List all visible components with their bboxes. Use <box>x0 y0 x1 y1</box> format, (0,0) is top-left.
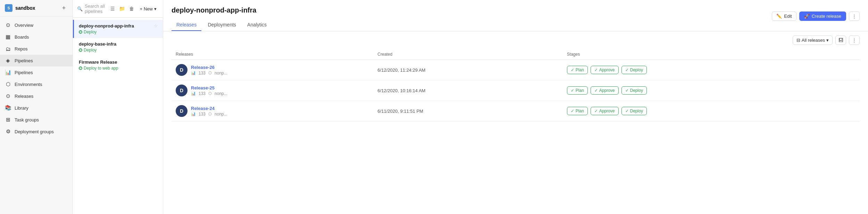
new-pipeline-button[interactable]: + New ▾ <box>137 6 159 12</box>
stage-pill-deploy[interactable]: ✓Deploy <box>621 86 647 95</box>
pipeline-item-header: Firmware Release <box>79 60 158 65</box>
release-avatar: D <box>176 64 187 76</box>
table-row: D Release-25 📊 133 ⬡ nonp... 6/12/2020, … <box>172 80 860 101</box>
env-icon: ⬡ <box>208 112 212 116</box>
tab-releases[interactable]: Releases <box>172 19 201 31</box>
stage-pill-approve[interactable]: ✓Approve <box>591 66 619 74</box>
all-releases-button[interactable]: ⊟ All releases ▾ <box>793 35 833 45</box>
rocket-icon: 🚀 <box>804 14 810 19</box>
more-options-button[interactable]: ⋮ <box>849 11 860 21</box>
stage-label: Plan <box>576 109 584 113</box>
stage-pill-deploy[interactable]: ✓Deploy <box>621 107 647 115</box>
release-meta: 📊 133 ⬡ nonp... <box>191 71 227 76</box>
stages-cell-1: ✓Plan✓Approve✓Deploy <box>563 80 860 101</box>
search-icon: 🔍 <box>77 6 83 11</box>
filter-button[interactable]: ⛾ <box>835 35 846 45</box>
pipeline-item-firmware[interactable]: Firmware Release Deploy to web app <box>73 56 163 74</box>
header-left: deploy-nonprod-app-infra Releases Deploy… <box>172 6 273 31</box>
pipelines-main-icon: ◈ <box>5 57 11 64</box>
pipeline-item-header: deploy-nonprod-app-infra ☆ <box>79 23 158 29</box>
stage-pill-plan[interactable]: ✓Plan <box>567 86 588 95</box>
releases-icon: ⊙ <box>5 93 11 99</box>
table-toolbar: ⊟ All releases ▾ ⛾ ⋮ <box>172 31 860 49</box>
sidebar-item-repos[interactable]: 🗂 Repos <box>0 43 73 55</box>
release-name-link[interactable]: Release-25 <box>191 85 227 90</box>
create-release-label: Create release <box>812 14 841 19</box>
workspace-name: sandbox <box>15 5 35 11</box>
boards-icon: ▦ <box>5 34 11 40</box>
sidebar-item-deployment-groups[interactable]: ⚙ Deployment groups <box>0 126 73 137</box>
page-title: deploy-nonprod-app-infra <box>172 6 273 14</box>
folder-view-button[interactable]: 📁 <box>118 5 126 12</box>
pipeline-item-deploy-base[interactable]: deploy-base-infra Deploy <box>73 38 163 56</box>
deployment-groups-icon: ⚙ <box>5 128 11 135</box>
left-nav: S sandbox + ⊙ Overview ▦ Boards 🗂 Repos … <box>0 0 73 214</box>
pipeline-item-name: deploy-base-infra <box>79 41 116 47</box>
sidebar-item-releases[interactable]: ⊙ Releases <box>0 90 73 102</box>
stage-label: Deploy <box>630 109 643 113</box>
check-icon: ✓ <box>571 109 574 113</box>
stages-cell-0: ✓Plan✓Approve✓Deploy <box>563 60 860 80</box>
sidebar-item-label: Overview <box>15 23 33 28</box>
nav-header: S sandbox + <box>0 0 73 16</box>
all-releases-label: All releases <box>802 38 825 43</box>
check-icon: ✓ <box>594 68 598 72</box>
sidebar-item-label: Repos <box>15 46 28 51</box>
release-name-link[interactable]: Release-24 <box>191 106 227 111</box>
col-created: Created <box>373 49 562 60</box>
pipeline-status-label: Deploy to web app <box>84 66 118 71</box>
stage-label: Approve <box>599 88 615 93</box>
header-actions: ✏️ Edit 🚀 Create release ⋮ <box>772 11 860 21</box>
pipeline-item-deploy-nonprod[interactable]: deploy-nonprod-app-infra ☆ Deploy <box>73 20 163 38</box>
release-env: nonp... <box>215 91 227 96</box>
stage-label: Plan <box>576 88 584 93</box>
tab-deployments[interactable]: Deployments <box>203 19 241 31</box>
commits-icon: 📊 <box>191 91 196 96</box>
check-icon: ✓ <box>594 88 598 93</box>
edit-label: Edit <box>784 14 792 19</box>
stage-label: Plan <box>576 68 584 72</box>
created-cell-2: 6/11/2020, 9:11:51 PM <box>373 101 562 121</box>
commits-icon: 📊 <box>191 112 196 116</box>
stage-pill-approve[interactable]: ✓Approve <box>591 107 619 115</box>
sidebar-item-boards[interactable]: ▦ Boards <box>0 31 73 43</box>
tab-analytics[interactable]: Analytics <box>242 19 272 31</box>
sidebar-item-environments[interactable]: ⬡ Environments <box>0 78 73 90</box>
delete-button[interactable]: 🗑 <box>128 5 135 12</box>
release-cell-inner: D Release-25 📊 133 ⬡ nonp... <box>176 85 369 96</box>
star-icon[interactable]: ☆ <box>154 23 158 29</box>
stage-pill-deploy[interactable]: ✓Deploy <box>621 66 647 74</box>
add-workspace-button[interactable]: + <box>60 4 68 12</box>
stage-pill-plan[interactable]: ✓Plan <box>567 107 588 115</box>
sidebar-item-pipelines[interactable]: 📊 Pipelines <box>0 66 73 78</box>
status-dot-icon <box>79 48 82 52</box>
status-dot-icon <box>79 30 82 34</box>
check-icon: ✓ <box>571 68 574 72</box>
sidebar-item-label: Environments <box>15 82 42 87</box>
search-placeholder: Search all pipelines <box>85 3 107 14</box>
created-cell-0: 6/12/2020, 11:24:29 AM <box>373 60 562 80</box>
release-commit-count: 133 <box>199 112 206 117</box>
stages-cell-2: ✓Plan✓Approve✓Deploy <box>563 101 860 121</box>
workspace-title: S sandbox <box>5 4 35 12</box>
check-icon: ✓ <box>625 109 629 113</box>
chevron-down-icon: ▾ <box>154 6 157 11</box>
stage-pill-plan[interactable]: ✓Plan <box>567 66 588 74</box>
sidebar-item-library[interactable]: 📚 Library <box>0 102 73 114</box>
table-more-button[interactable]: ⋮ <box>849 35 860 45</box>
pipeline-item-header: deploy-base-infra <box>79 41 158 47</box>
sidebar-item-pipelines-icon[interactable]: ◈ Pipelines <box>0 55 73 66</box>
create-release-button[interactable]: 🚀 Create release <box>799 11 846 21</box>
sidebar-item-overview[interactable]: ⊙ Overview <box>0 19 73 31</box>
pipeline-item-status: Deploy to web app <box>79 66 158 71</box>
check-icon: ✓ <box>625 68 629 72</box>
release-name-link[interactable]: Release-26 <box>191 65 227 70</box>
stage-pill-approve[interactable]: ✓Approve <box>591 86 619 95</box>
list-view-button[interactable]: ☰ <box>109 5 116 12</box>
release-commit-count: 133 <box>199 91 206 96</box>
edit-button[interactable]: ✏️ Edit <box>772 11 796 21</box>
sidebar-item-label: Deployment groups <box>15 129 54 134</box>
repos-icon: 🗂 <box>5 46 11 52</box>
release-cell-1: D Release-25 📊 133 ⬡ nonp... <box>172 80 373 101</box>
sidebar-item-task-groups[interactable]: ⊞ Task groups <box>0 114 73 126</box>
